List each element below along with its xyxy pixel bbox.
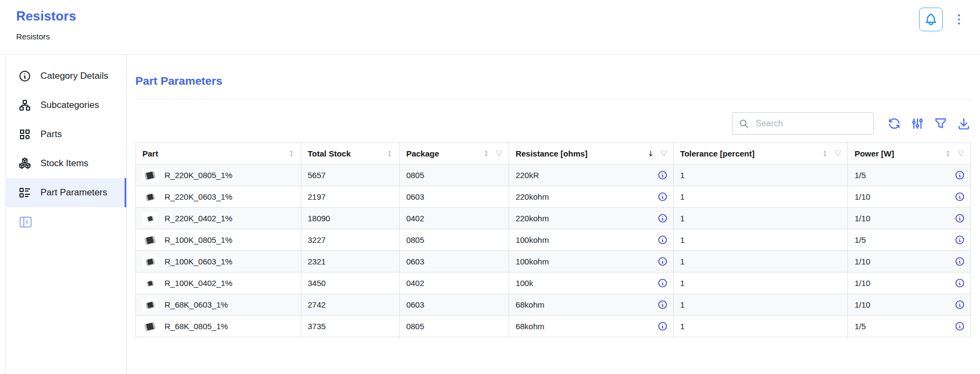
adjustments-button[interactable]: [910, 117, 924, 131]
parameter-info-button[interactable]: [955, 235, 965, 245]
overflow-menu-button[interactable]: [951, 11, 967, 28]
package-cell: 0805: [400, 316, 509, 337]
tolerance-cell: 1: [673, 294, 848, 316]
column-header-power-w[interactable]: Power [W]: [848, 143, 971, 165]
power-value: 1/10: [854, 192, 870, 201]
column-header-part[interactable]: Part: [136, 143, 301, 165]
column-filter-icon[interactable]: [834, 149, 842, 158]
page-title: Resistors: [16, 9, 966, 24]
tolerance-cell: 1: [673, 208, 848, 229]
parameter-info-button[interactable]: [657, 192, 668, 202]
arrow-down-icon[interactable]: [647, 149, 655, 158]
info-circle-icon: [955, 321, 965, 331]
table-row[interactable]: R_220K_0402_1%180900402220kohm11/10: [136, 208, 971, 229]
parameter-info-button[interactable]: [955, 213, 965, 223]
column-filter-icon[interactable]: [957, 149, 965, 158]
column-header-tolerance-percent[interactable]: Tolerance [percent]: [673, 143, 848, 165]
part-parameters-table: PartTotal StockPackageResistance [ohms]T…: [135, 142, 971, 337]
sidebar: Category DetailsSubcategoriesPartsStock …: [6, 55, 127, 374]
package-cell: 0805: [400, 165, 509, 186]
part-name: R_220K_0805_1%: [165, 171, 232, 180]
part-name: R_220K_0402_1%: [165, 214, 232, 223]
refresh-button[interactable]: [887, 117, 901, 131]
part-thumbnail: [142, 277, 157, 290]
search-icon: [738, 118, 750, 130]
table-row[interactable]: R_68K_0805_1%3735080568kohm11/5: [136, 316, 971, 337]
info-circle-icon: [955, 300, 965, 310]
info-circle-icon: [657, 170, 668, 180]
column-label: Package: [406, 149, 439, 158]
table-row[interactable]: R_100K_0805_1%32270805100kohm11/5: [136, 229, 971, 251]
table-row[interactable]: R_68K_0603_1%2742060368kohm11/10: [136, 294, 971, 316]
part-thumbnail: [142, 212, 157, 225]
arrows-sort-icon[interactable]: [821, 149, 829, 158]
column-header-package[interactable]: Package: [400, 143, 509, 165]
search-input[interactable]: [755, 118, 869, 129]
parameter-info-button[interactable]: [657, 213, 668, 223]
column-header-resistance-ohms[interactable]: Resistance [ohms]: [509, 143, 673, 165]
part-name: R_100K_0603_1%: [165, 257, 232, 266]
parameter-info-button[interactable]: [657, 321, 668, 331]
part-name: R_68K_0805_1%: [165, 322, 228, 331]
info-circle-icon: [955, 170, 965, 180]
breadcrumb[interactable]: Resistors: [16, 32, 50, 41]
arrows-sort-icon[interactable]: [287, 149, 296, 158]
part-thumbnail: [142, 255, 157, 268]
package-cell: 0402: [400, 208, 509, 229]
parameter-info-button[interactable]: [657, 235, 668, 245]
sidebar-item-parts[interactable]: Parts: [6, 120, 126, 149]
notifications-button[interactable]: [919, 8, 943, 31]
table-row[interactable]: R_100K_0603_1%23210603100kohm11/10: [136, 251, 971, 273]
parameter-info-button[interactable]: [657, 170, 668, 180]
parameter-info-button[interactable]: [955, 300, 965, 310]
parameter-info-button[interactable]: [955, 170, 965, 180]
column-label: Total Stock: [308, 149, 351, 158]
sidebar-item-label: Part Parameters: [40, 187, 107, 198]
package-cell: 0603: [400, 186, 509, 208]
filter-button[interactable]: [934, 117, 948, 131]
column-filter-icon[interactable]: [495, 149, 503, 158]
table-row[interactable]: R_100K_0402_1%34500402100k11/10: [136, 273, 971, 294]
column-filter-icon[interactable]: [660, 149, 668, 158]
total-stock-cell: 5657: [301, 165, 400, 186]
resistance-value: 220kohm: [516, 192, 549, 201]
sidebar-item-label: Category Details: [40, 71, 108, 81]
power-value: 1/10: [854, 278, 870, 288]
parameter-info-button[interactable]: [657, 300, 668, 310]
info-circle-icon: [657, 278, 668, 288]
parameter-info-button[interactable]: [657, 256, 668, 267]
sidebar-item-label: Stock Items: [40, 158, 88, 169]
sidebar-collapse-button[interactable]: [18, 215, 33, 229]
resistance-value: 100kohm: [516, 235, 549, 244]
part-thumbnail: [142, 169, 157, 182]
arrows-sort-icon[interactable]: [482, 149, 490, 158]
total-stock-cell: 3735: [301, 316, 400, 337]
sidebar-item-subcategories[interactable]: Subcategories: [6, 91, 126, 120]
sidebar-item-stock-items[interactable]: Stock Items: [6, 149, 126, 178]
resistance-value: 100kohm: [516, 257, 549, 266]
part-thumbnail: [142, 234, 157, 247]
parameter-info-button[interactable]: [955, 321, 965, 331]
parameter-info-button[interactable]: [955, 192, 965, 202]
table-row[interactable]: R_220K_0805_1%56570805220kR11/5: [136, 165, 971, 186]
parameter-info-button[interactable]: [657, 278, 668, 288]
dots-vertical-icon: [952, 12, 966, 26]
column-header-total-stock[interactable]: Total Stock: [301, 143, 400, 165]
part-thumbnail: [142, 191, 157, 203]
search-box: [732, 112, 874, 135]
parameter-info-button[interactable]: [955, 278, 965, 288]
arrows-sort-icon[interactable]: [944, 149, 952, 158]
parameter-info-button[interactable]: [955, 256, 965, 267]
main-content: Part Parameters PartTotal StockPackageRe…: [127, 55, 980, 374]
download-button[interactable]: [957, 117, 971, 131]
sidebar-item-part-parameters[interactable]: Part Parameters: [6, 178, 126, 207]
sidebar-item-label: Parts: [40, 129, 62, 140]
sidebar-item-category-details[interactable]: Category Details: [6, 62, 126, 91]
info-circle-icon: [657, 192, 668, 202]
column-label: Part: [142, 149, 158, 158]
info-circle-icon: [657, 300, 668, 310]
panel-divider: [135, 99, 971, 99]
table-row[interactable]: R_220K_0603_1%21970603220kohm11/10: [136, 186, 971, 208]
arrows-sort-icon[interactable]: [386, 149, 394, 158]
info-circle-icon: [18, 70, 31, 83]
